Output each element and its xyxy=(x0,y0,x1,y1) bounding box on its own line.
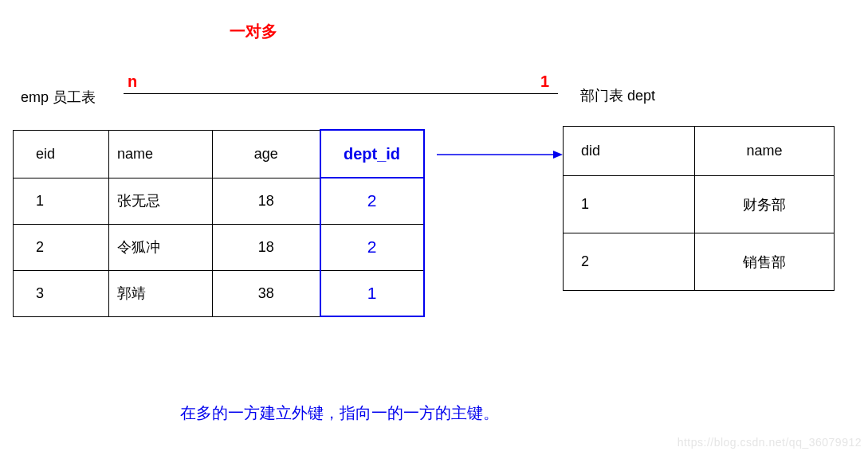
relationship-line xyxy=(124,93,558,94)
table-header-row: eid name age dept_id xyxy=(14,130,424,178)
cell-eid: 1 xyxy=(14,178,109,224)
col-header-dept-name: name xyxy=(695,127,835,176)
table-row: 1 张无忌 18 2 xyxy=(14,178,424,224)
cell-name: 郭靖 xyxy=(109,270,213,316)
diagram-footer-note: 在多的一方建立外键，指向一的一方的主键。 xyxy=(180,402,499,424)
cell-dept-id: 1 xyxy=(320,270,424,316)
cell-dept-id: 2 xyxy=(320,178,424,224)
cell-age: 18 xyxy=(213,178,320,224)
col-header-age: age xyxy=(213,130,320,178)
dept-table: did name 1 财务部 2 销售部 xyxy=(563,126,835,291)
cell-name: 张无忌 xyxy=(109,178,213,224)
cell-dept-name: 财务部 xyxy=(695,176,835,233)
table-row: 2 销售部 xyxy=(564,233,835,291)
cardinality-n-label: n xyxy=(128,73,137,91)
cell-age: 18 xyxy=(213,224,320,270)
cell-eid: 3 xyxy=(14,270,109,316)
svg-marker-1 xyxy=(553,151,563,159)
col-header-name: name xyxy=(109,130,213,178)
emp-table-label: emp 员工表 xyxy=(21,88,96,107)
table-row: 3 郭靖 38 1 xyxy=(14,270,424,316)
table-row: 1 财务部 xyxy=(564,176,835,233)
cell-did: 2 xyxy=(564,233,695,291)
dept-table-label: 部门表 dept xyxy=(580,86,655,105)
diagram-title: 一对多 xyxy=(230,21,277,42)
cell-dept-id: 2 xyxy=(320,224,424,270)
col-header-eid: eid xyxy=(14,130,109,178)
foreign-key-arrow-icon xyxy=(437,150,563,159)
cell-name: 令狐冲 xyxy=(109,224,213,270)
table-header-row: did name xyxy=(564,127,835,176)
col-header-dept-id: dept_id xyxy=(320,130,424,178)
table-row: 2 令狐冲 18 2 xyxy=(14,224,424,270)
cardinality-one-label: 1 xyxy=(540,73,549,91)
cell-eid: 2 xyxy=(14,224,109,270)
col-header-did: did xyxy=(564,127,695,176)
cell-dept-name: 销售部 xyxy=(695,233,835,291)
cell-did: 1 xyxy=(564,176,695,233)
cell-age: 38 xyxy=(213,270,320,316)
emp-table: eid name age dept_id 1 张无忌 18 2 2 令狐冲 18… xyxy=(13,129,425,317)
watermark: https://blog.csdn.net/qq_36079912 xyxy=(678,436,862,449)
